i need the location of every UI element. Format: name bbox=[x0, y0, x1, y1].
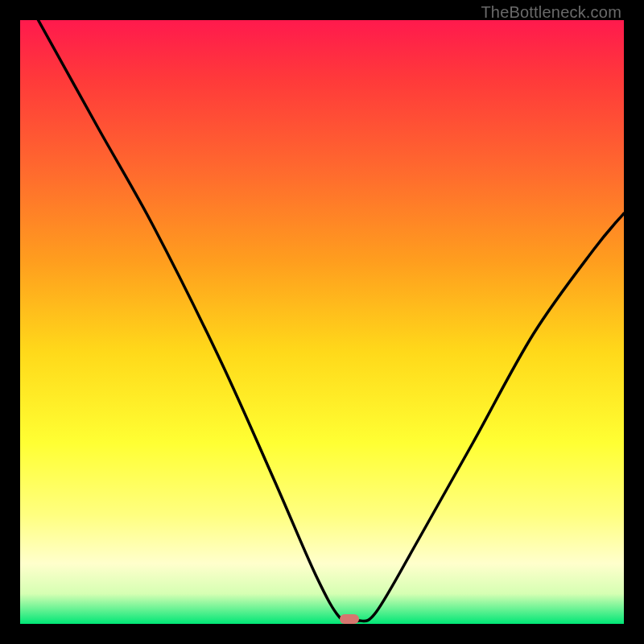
optimal-marker bbox=[340, 614, 359, 624]
watermark-text: TheBottleneck.com bbox=[481, 3, 621, 22]
chart-frame: TheBottleneck.com bbox=[0, 0, 644, 644]
plot-area bbox=[20, 20, 624, 624]
bottleneck-curve bbox=[20, 20, 624, 624]
